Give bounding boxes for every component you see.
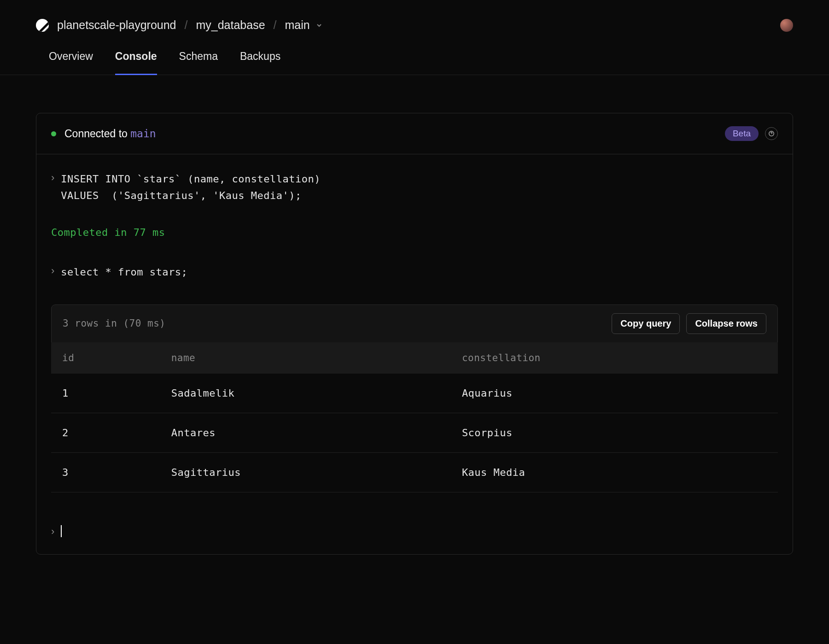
sql-input-prompt[interactable]: › [51,525,778,538]
table-row: 3 Sagittarius Kaus Media [51,452,778,492]
avatar[interactable] [780,19,793,32]
cell-name: Antares [160,413,451,452]
cell-constellation: Scorpius [451,413,778,452]
column-header-id: id [51,342,160,374]
cell-constellation: Kaus Media [451,452,778,492]
copy-query-button[interactable]: Copy query [612,313,680,334]
console-body: › INSERT INTO `stars` (name, constellati… [36,154,793,554]
query-block-2: › select * from stars; [51,264,778,281]
chevron-down-icon [315,22,323,29]
results-toolbar: 3 rows in (70 ms) Copy query Collapse ro… [51,304,778,342]
connected-label: Connected to [64,128,128,140]
branch-label: main [285,18,310,32]
query-text: select * from stars; [61,264,187,281]
prompt-chevron-icon: › [51,171,54,184]
breadcrumb-branch[interactable]: main [285,18,323,32]
text-cursor [61,525,62,537]
breadcrumb: planetscale-playground / my_database / m… [36,18,323,32]
console-panel: Connected to main Beta › INSERT INTO `st… [36,113,793,555]
help-button[interactable] [765,127,778,140]
tab-schema[interactable]: Schema [179,50,218,75]
results-block: 3 rows in (70 ms) Copy query Collapse ro… [51,304,778,492]
cell-name: Sadalmelik [160,374,451,413]
tab-overview[interactable]: Overview [49,50,93,75]
tabs: Overview Console Schema Backups [0,50,829,75]
cell-id: 2 [51,413,160,452]
connected-branch: main [130,128,156,140]
column-header-constellation: constellation [451,342,778,374]
connection-status: Connected to main [51,128,156,140]
completion-message: Completed in 77 ms [51,227,778,238]
query-block-1: › INSERT INTO `stars` (name, constellati… [51,171,778,205]
cell-constellation: Aquarius [451,374,778,413]
tab-backups[interactable]: Backups [240,50,280,75]
results-table: id name constellation 1 Sadalmelik Aquar… [51,342,778,492]
beta-badge: Beta [725,126,759,141]
cell-id: 1 [51,374,160,413]
prompt-chevron-icon: › [51,264,54,277]
console-header: Connected to main Beta [36,113,793,154]
column-header-name: name [160,342,451,374]
table-row: 1 Sadalmelik Aquarius [51,374,778,413]
status-dot-icon [51,131,56,136]
results-summary: 3 rows in (70 ms) [63,318,165,329]
collapse-rows-button[interactable]: Collapse rows [686,313,766,334]
question-icon [769,131,774,136]
prompt-chevron-icon: › [51,525,54,538]
breadcrumb-separator: / [185,18,188,32]
table-row: 2 Antares Scorpius [51,413,778,452]
cell-id: 3 [51,452,160,492]
tab-console[interactable]: Console [115,50,157,75]
breadcrumb-database[interactable]: my_database [196,18,265,32]
breadcrumb-separator: / [274,18,277,32]
breadcrumb-org[interactable]: planetscale-playground [57,18,176,32]
query-text: INSERT INTO `stars` (name, constellation… [61,171,321,205]
cell-name: Sagittarius [160,452,451,492]
planetscale-logo[interactable] [36,19,49,32]
